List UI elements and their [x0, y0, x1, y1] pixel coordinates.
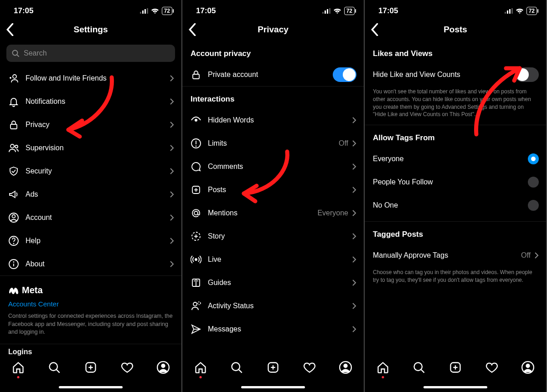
row-activity-status[interactable]: Activity Status	[182, 294, 364, 317]
radio-people-follow[interactable]	[528, 177, 539, 188]
svg-rect-26	[322, 12, 324, 14]
row-tag-everyone[interactable]: Everyone	[365, 147, 546, 170]
phone-posts: 17:05 72 Posts Likes and Views Hide Like…	[365, 0, 546, 392]
svg-rect-59	[509, 9, 511, 14]
row-hidden-words[interactable]: Hidden Words	[182, 108, 364, 132]
row-notifications[interactable]: Notifications	[0, 90, 181, 113]
nav-header: Posts	[365, 18, 546, 41]
tab-search[interactable]	[48, 361, 61, 374]
tab-profile[interactable]	[521, 361, 534, 374]
tab-activity[interactable]	[121, 361, 134, 374]
search-input[interactable]	[24, 49, 170, 57]
row-tag-people-follow[interactable]: People You Follow	[365, 170, 546, 193]
row-messages[interactable]: Messages	[182, 317, 364, 341]
search-field[interactable]	[6, 45, 175, 62]
profile-icon	[157, 361, 170, 374]
row-label: Live	[208, 255, 352, 264]
wifi-icon	[516, 8, 524, 14]
limits-icon	[191, 138, 204, 149]
svg-rect-30	[193, 74, 199, 79]
row-follow-invite[interactable]: Follow and Invite Friends	[0, 66, 181, 90]
row-live[interactable]: Live	[182, 248, 364, 271]
row-comments[interactable]: Comments	[182, 155, 364, 178]
tab-create[interactable]	[267, 361, 279, 374]
svg-point-11	[15, 145, 18, 148]
accounts-center-link[interactable]: Accounts Center	[0, 298, 181, 312]
back-button[interactable]	[370, 23, 379, 36]
tab-home[interactable]	[377, 361, 389, 374]
guides-icon	[191, 277, 204, 288]
home-indicator	[423, 386, 487, 388]
chevron-right-icon	[534, 252, 539, 259]
tab-profile[interactable]	[339, 361, 352, 374]
row-label: Account	[26, 214, 170, 222]
row-tag-no-one[interactable]: No One	[365, 193, 546, 217]
svg-rect-0	[140, 12, 141, 14]
user-circle-icon	[8, 212, 22, 223]
meta-brand: Meta	[0, 276, 181, 298]
row-ads[interactable]: Ads	[0, 183, 181, 206]
row-label: Help	[26, 237, 170, 245]
svg-line-51	[239, 370, 242, 373]
tab-home[interactable]	[194, 361, 207, 374]
chevron-right-icon	[170, 168, 174, 175]
tab-create[interactable]	[84, 361, 97, 374]
row-mentions[interactable]: Mentions Everyone	[182, 201, 364, 224]
svg-point-6	[13, 75, 16, 78]
chevron-right-icon	[170, 260, 174, 268]
plus-square-icon	[84, 361, 97, 374]
row-manually-approve[interactable]: Manually Approve Tags Off	[365, 244, 546, 267]
plus-square-icon	[449, 361, 462, 374]
radio-everyone[interactable]	[528, 153, 539, 164]
svg-point-19	[50, 363, 58, 371]
privacy-content: Account privacy Private account Interact…	[182, 41, 364, 356]
row-security[interactable]: Security	[0, 159, 181, 183]
chevron-right-icon	[170, 121, 174, 128]
back-button[interactable]	[5, 23, 15, 36]
row-supervision[interactable]: Supervision	[0, 136, 181, 159]
svg-rect-2	[144, 9, 146, 14]
row-label: People You Follow	[373, 178, 528, 186]
heart-icon	[485, 361, 498, 374]
row-story[interactable]: Story	[182, 224, 364, 248]
svg-point-15	[14, 243, 14, 244]
toggle-hide-like[interactable]	[515, 67, 539, 82]
row-label: Follow and Invite Friends	[26, 74, 170, 82]
back-button[interactable]	[188, 23, 197, 36]
tab-profile[interactable]	[157, 361, 170, 374]
status-bar: 17:05 72	[0, 0, 181, 18]
status-bar: 17:05 72	[365, 0, 546, 18]
row-about[interactable]: About	[0, 252, 181, 275]
tab-search[interactable]	[230, 361, 243, 374]
row-label: Manually Approve Tags	[373, 251, 521, 260]
bell-icon	[8, 96, 22, 107]
row-account[interactable]: Account	[0, 206, 181, 229]
radio-no-one[interactable]	[528, 200, 539, 211]
row-posts[interactable]: Posts	[182, 178, 364, 201]
tab-home[interactable]	[12, 361, 25, 374]
tab-activity[interactable]	[485, 361, 498, 374]
tab-search[interactable]	[413, 361, 425, 374]
section-interactions: Interactions	[182, 87, 364, 108]
chevron-right-icon	[170, 191, 174, 198]
row-label: Notifications	[26, 97, 170, 106]
row-limits[interactable]: Limits Off	[182, 132, 364, 155]
status-time: 17:05	[378, 6, 398, 15]
status-icons: 72	[505, 7, 537, 15]
svg-rect-27	[325, 10, 326, 14]
tab-create[interactable]	[449, 361, 462, 374]
search-icon	[12, 50, 19, 57]
row-help[interactable]: Help	[0, 229, 181, 252]
row-privacy[interactable]: Privacy	[0, 113, 181, 136]
tab-bar	[365, 356, 546, 392]
svg-rect-1	[142, 10, 144, 14]
section-account-privacy: Account privacy	[182, 41, 364, 63]
row-guides[interactable]: Guides	[182, 271, 364, 294]
meta-description: Control settings for connected experienc…	[0, 312, 181, 344]
row-hide-like[interactable]: Hide Like and View Counts	[365, 63, 546, 86]
row-private-account[interactable]: Private account	[182, 63, 364, 86]
toggle-private-account[interactable]	[333, 67, 356, 82]
tab-activity[interactable]	[303, 361, 316, 374]
help-icon	[8, 235, 22, 246]
row-label: Hide Like and View Counts	[373, 71, 515, 79]
